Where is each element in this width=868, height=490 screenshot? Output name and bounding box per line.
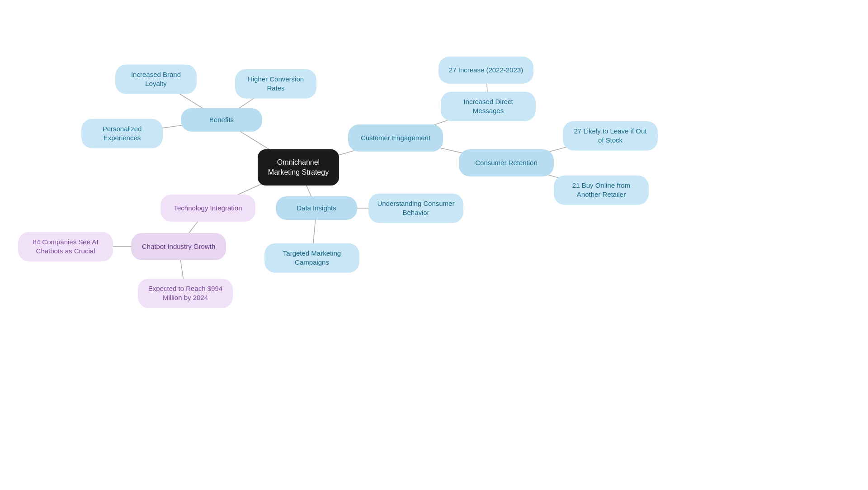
mindmap-canvas: Omnichannel Marketing StrategyBenefitsIn… [0, 0, 868, 490]
node-expected-reach[interactable]: Expected to Reach $994 Million by 2024 [138, 279, 233, 308]
node-increased-direct-messages[interactable]: Increased Direct Messages [441, 92, 536, 121]
node-likely-leave[interactable]: 27 Likely to Leave if Out of Stock [563, 121, 658, 151]
center-node[interactable]: Omnichannel Marketing Strategy [258, 149, 339, 186]
node-higher-conversion-rates[interactable]: Higher Conversion Rates [235, 69, 316, 99]
node-27-increase[interactable]: 27 Increase (2022-2023) [439, 57, 533, 84]
node-technology-integration[interactable]: Technology Integration [160, 195, 255, 222]
node-data-insights[interactable]: Data Insights [276, 196, 357, 220]
node-consumer-retention[interactable]: Consumer Retention [459, 149, 554, 176]
node-chatbot-industry[interactable]: Chatbot Industry Growth [131, 233, 226, 260]
node-buy-online[interactable]: 21 Buy Online from Another Retailer [554, 176, 649, 205]
node-customer-engagement[interactable]: Customer Engagement [348, 124, 443, 152]
node-benefits[interactable]: Benefits [181, 108, 262, 132]
node-increased-brand-loyalty[interactable]: Increased Brand Loyalty [115, 65, 197, 94]
node-targeted-marketing[interactable]: Targeted Marketing Campaigns [264, 243, 359, 273]
node-companies-ai[interactable]: 84 Companies See AI Chatbots as Crucial [18, 232, 113, 262]
node-understanding-consumer[interactable]: Understanding Consumer Behavior [368, 194, 463, 223]
node-personalized-experiences[interactable]: Personalized Experiences [81, 119, 163, 148]
